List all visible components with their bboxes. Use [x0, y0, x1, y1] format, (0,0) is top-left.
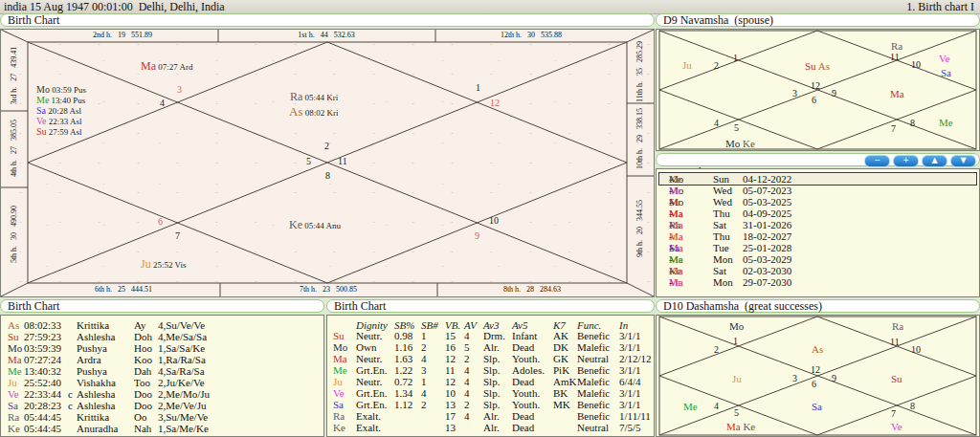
dasha-up-button[interactable]: ▲ — [922, 155, 947, 167]
planet-label: Ra — [892, 319, 903, 332]
house-number: 9 — [475, 231, 479, 241]
strengths-row: SuNeutr.0.981154Drm.InfantAKBenefic3/1/1 — [327, 330, 654, 341]
dasha-minus-button[interactable]: − — [864, 155, 890, 167]
house-strip-label: 5th h. 30 490.90 — [11, 206, 18, 263]
house-number: 10 — [911, 345, 921, 355]
d10-chart: MoAsRaJuSuMeSaMa KeVe121110123964578 — [656, 315, 980, 437]
planet-label: As 08:02 Kri — [289, 105, 338, 119]
strengths-row: RaExalt.174Alr.DeadBenefic1/11/11 — [327, 410, 654, 422]
house-number: 4 — [160, 98, 165, 108]
house-strip-label: 1st h. 44 532.63 — [298, 32, 354, 39]
dasha-row[interactable]: Ma-RaSat31-01-2026 — [659, 219, 976, 230]
strengths-panel-title: Birth Chart — [326, 299, 655, 313]
dasha-weekday: Tue — [713, 242, 729, 253]
planet-label: Mo — [729, 319, 744, 332]
positions-table-panel: Birth Chart As08:02:33KrittikaAy4,Su/Ve/… — [0, 299, 324, 437]
dasha-row[interactable]: Ma-MeMon05-03-2029 — [659, 253, 976, 265]
dasha-row[interactable]: Mo-KeSun04-12-2022 — [659, 173, 976, 185]
house-number: 1 — [733, 54, 738, 63]
house-number: 2 — [714, 61, 719, 71]
title-bar: india 15 Aug 1947 00:01:00 Delhi, Delhi,… — [0, 0, 980, 14]
planet-label: Ke 05:44 Anu — [289, 218, 341, 231]
house-number: 1 — [476, 83, 480, 93]
chart-grid — [1, 30, 654, 296]
house-number: 11 — [338, 157, 347, 166]
house-number: 3 — [792, 374, 797, 383]
planet-label: Ma — [890, 87, 904, 99]
strengths-row: KeExalt.13Alr.DeadNeutral7/5/5 — [327, 422, 654, 433]
dasha-plus-button[interactable]: + — [893, 155, 919, 167]
positions-row: Ma07:27:24ArdraKoo1,Ra/Ra/Sa — [1, 354, 323, 365]
planet-label: Ju 25:52 Vis — [141, 257, 186, 271]
house-number: 8 — [325, 171, 330, 181]
dasha-start-date: 31-01-2026 — [743, 219, 791, 230]
birth-chart-panel: Birth Chart 2nd h. 19 — [0, 13, 655, 297]
house-number: 2 — [714, 345, 719, 355]
dasha-row[interactable]: Ma-KeSat02-03-2030 — [659, 265, 976, 276]
house-number: 11 — [890, 338, 900, 347]
d9-panel-title: D9 Navamsha (spouse) — [656, 13, 980, 27]
planet-label: Ve — [939, 52, 950, 64]
house-number: 5 — [734, 123, 739, 133]
planet-label: Ju — [732, 372, 742, 384]
dasha-weekday: Sun — [713, 173, 729, 185]
house-number: 8 — [910, 119, 915, 128]
dasha-row[interactable]: Ma-MaThu04-09-2025 — [659, 208, 976, 219]
dasha-weekday: Sat — [713, 265, 726, 276]
planet-label: Ra — [891, 39, 902, 52]
positions-row: Su27:59:23AshleshaDoh4,Me/Sa/Sa — [1, 331, 323, 342]
chart-datetime-location: india 15 Aug 1947 00:01:00 Delhi, Delhi,… — [4, 0, 225, 13]
positions-row: As08:02:33KrittikaAy4,Su/Ve/Ve — [1, 319, 323, 331]
planet-label: Ve — [891, 420, 902, 432]
dasha-weekday: Thu — [713, 230, 730, 242]
house-number: 9 — [832, 374, 836, 383]
house-number: 3 — [177, 85, 182, 95]
dasha-down-button[interactable]: ▼ — [950, 155, 976, 167]
planet-label: Sa — [941, 66, 951, 78]
house-number: 7 — [891, 124, 896, 134]
positions-row: Ra05:44:45KrittikaOo3,Su/Me/Ve — [1, 411, 323, 423]
house-number: 9 — [832, 89, 836, 98]
d9-navamsha-panel: D9 Navamsha (spouse) JuSu AsRaVeSaMaMo K… — [656, 13, 980, 151]
dasha-start-date: 02-03-2030 — [743, 265, 791, 276]
dasha-row[interactable]: Ma-JuThu18-02-2027 — [659, 230, 976, 242]
strengths-row: MaNeutr.1.634122Slp.Youth.GKNeutral2/12/… — [327, 353, 654, 364]
dasha-row[interactable]: Ma-VeMon29-07-2030 — [659, 276, 976, 288]
positions-row: Sa20:28:23cAshleshaDoo2,Me/Ve/Ju — [1, 400, 323, 411]
planet-label: Mo Ke — [725, 137, 755, 149]
dasha-weekday: Mon — [713, 276, 733, 288]
vimshottari-panel: Vimshottari − + ▲ ▼ Mo-KeSun04-12-2022Mo… — [656, 153, 980, 297]
strengths-row: MeGrt.En.1.223114Slp.Adoles.PiKBenefic3/… — [327, 364, 654, 376]
house-strip-label: 9th h. 20 344.55 — [636, 200, 644, 257]
chart-grid — [657, 316, 979, 436]
house-number: 12 — [811, 365, 820, 375]
positions-row: Ke05:44:45AnuradhaNah1,Sa/Me/Ke — [1, 423, 323, 434]
house-number: 12 — [490, 98, 500, 108]
house-strip-label: 7th h. 23 500.85 — [300, 286, 357, 294]
dasha-start-date: 05-03-2029 — [743, 253, 791, 265]
dasha-start-date: 29-07-2030 — [743, 276, 791, 288]
birth-chart-panel-title: Birth Chart — [0, 13, 655, 27]
house-strip-label: 2nd h. 19 551.89 — [93, 32, 152, 39]
strengths-row: JuNeutr.0.721124Slp.DeadAmKMalefic6/4/4 — [327, 376, 654, 387]
strengths-row: MoOwn1.162165Alr.DeadDKMalefic3/1/1 — [327, 341, 654, 353]
vimshottari-dasha-list: Mo-KeSun04-12-2022Mo-VeWed05-07-2023Mo-S… — [656, 168, 980, 297]
planet-label: As — [812, 342, 823, 355]
strengths-row: SaGrt.En.1.122132Slp.Youth.MKBenefic3/1/… — [327, 399, 654, 410]
dasha-start-date: 25-01-2028 — [743, 242, 791, 253]
house-number: 3 — [792, 89, 797, 98]
house-number: 4 — [714, 119, 719, 128]
dasha-row[interactable]: Mo-VeWed05-07-2023 — [659, 185, 976, 196]
positions-row: Ju25:52:40VishakhaToo2,Ju/Ke/Ve — [1, 377, 323, 388]
house-number: 10 — [911, 60, 921, 70]
planet-label: Su — [891, 372, 902, 384]
dasha-row[interactable]: Ma-SaTue25-01-2028 — [659, 242, 976, 253]
house-strip-label: 8th h. 28 284.63 — [503, 286, 561, 294]
dasha-row[interactable]: Mo-SuWed05-03-2025 — [659, 196, 976, 208]
strengths-table-panel: Birth Chart DignitySB%SB#VB.AVAv3Av5K7Fu… — [326, 299, 655, 437]
dasha-weekday: Mon — [713, 253, 733, 265]
dasha-start-date: 05-03-2025 — [743, 196, 791, 208]
positions-row: Me13:40:32PushyaDah4,Sa/Ra/Sa — [1, 365, 323, 377]
d10-panel-title: D10 Dashamsha (great successes) — [656, 299, 980, 313]
house-strip-label: 12th h. 30 535.88 — [501, 32, 562, 39]
